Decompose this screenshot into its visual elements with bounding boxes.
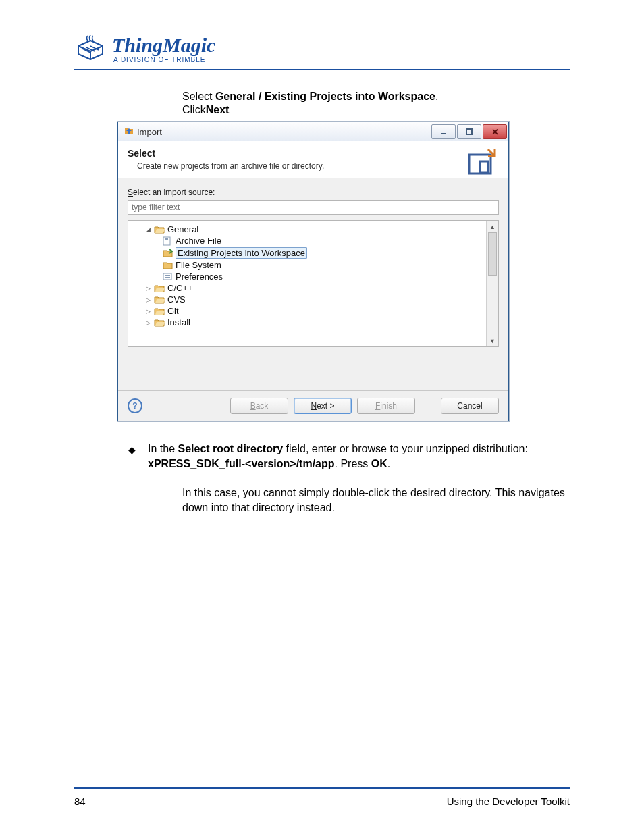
header-rule <box>74 69 570 70</box>
project-import-icon <box>162 249 173 258</box>
svg-rect-5 <box>165 238 168 240</box>
tree-scrollbar[interactable]: ▲ ▼ <box>486 221 498 346</box>
step-bullet: ◆ In the Select root directory field, en… <box>128 442 563 472</box>
close-button[interactable]: ✕ <box>483 124 507 139</box>
bullet-icon: ◆ <box>128 442 136 458</box>
tree-node-git[interactable]: ▷Git <box>132 305 494 317</box>
instruction-1: Select General / Existing Projects into … <box>182 90 570 103</box>
wizard-subtitle: Create new projects from an archive file… <box>137 161 499 171</box>
preferences-icon <box>162 272 173 282</box>
minimize-button[interactable] <box>431 124 456 139</box>
tree-node-archive-file[interactable]: Archive File <box>132 235 494 246</box>
instruction-2: ClickNext <box>182 104 570 116</box>
archive-icon <box>162 236 173 246</box>
scroll-thumb[interactable] <box>488 232 497 276</box>
help-button[interactable]: ? <box>128 398 142 413</box>
tree-node-cpp[interactable]: ▷C/C++ <box>132 282 494 294</box>
scroll-down-icon[interactable]: ▼ <box>487 335 498 346</box>
wizard-heading: Select <box>128 148 499 159</box>
maximize-button[interactable] <box>457 124 481 139</box>
brand-logo: ThingMagic A DIVISION OF TRIMBLE <box>74 34 570 65</box>
tree-node-general[interactable]: ◢General <box>132 224 494 235</box>
tree-node-preferences[interactable]: Preferences <box>132 271 494 282</box>
collapse-icon: ▷ <box>144 319 151 326</box>
folder-open-icon <box>154 318 165 328</box>
logo-icon <box>74 34 107 65</box>
expand-icon: ◢ <box>144 226 151 233</box>
scroll-up-icon[interactable]: ▲ <box>487 221 498 232</box>
next-button[interactable]: Next > <box>294 398 352 414</box>
dialog-title: Import <box>137 127 431 137</box>
import-dialog: Import ✕ Select Create new projects from… <box>117 122 509 421</box>
page-number: 84 <box>74 796 86 807</box>
collapse-icon: ▷ <box>144 308 151 315</box>
svg-rect-4 <box>163 237 170 245</box>
svg-rect-1 <box>466 129 472 134</box>
tree-node-existing-projects[interactable]: Existing Projects into Workspace <box>132 246 494 259</box>
folder-open-icon <box>154 225 165 234</box>
cancel-button[interactable]: Cancel <box>441 398 499 414</box>
footer-label: Using the Developer Toolkit <box>447 796 570 807</box>
brand-name: ThingMagic <box>112 35 215 55</box>
collapse-icon: ▷ <box>144 296 151 303</box>
folder-open-icon <box>154 284 165 293</box>
import-source-label: SSelect an import source:elect an import… <box>128 188 499 197</box>
tree-node-cvs[interactable]: ▷CVS <box>132 294 494 305</box>
svg-rect-8 <box>165 277 170 278</box>
finish-button[interactable]: Finish <box>357 398 415 414</box>
brand-tagline: A DIVISION OF TRIMBLE <box>112 57 215 63</box>
svg-rect-7 <box>165 275 170 276</box>
dialog-titlebar[interactable]: Import ✕ <box>118 122 508 141</box>
back-button[interactable]: Back <box>230 398 288 414</box>
tree-node-file-system[interactable]: File System <box>132 259 494 271</box>
step-note: In this case, you cannot simply double-c… <box>182 486 570 516</box>
filter-input[interactable] <box>128 200 499 215</box>
svg-rect-0 <box>441 133 446 134</box>
wizard-art-icon <box>468 147 499 178</box>
folder-open-icon <box>154 295 165 305</box>
svg-rect-6 <box>163 273 171 280</box>
footer-rule <box>74 787 570 789</box>
import-icon <box>124 126 134 138</box>
folder-icon <box>162 261 173 270</box>
tree-node-install[interactable]: ▷Install <box>132 317 494 328</box>
collapse-icon: ▷ <box>144 285 151 292</box>
import-tree[interactable]: ◢General Archive File Existing Projects … <box>128 221 498 331</box>
folder-open-icon <box>154 307 165 316</box>
svg-rect-3 <box>480 161 488 172</box>
